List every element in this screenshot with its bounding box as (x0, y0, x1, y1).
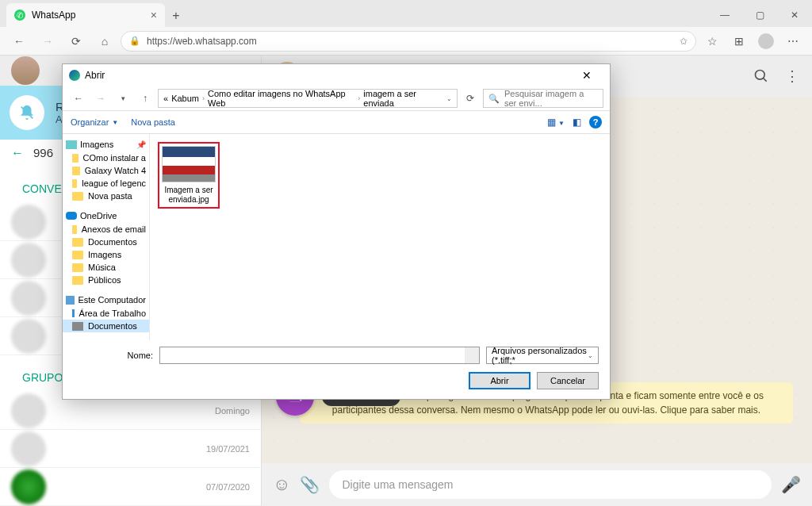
input-placeholder: Digite uma mensagem (342, 478, 453, 491)
mic-icon[interactable]: 🎤 (781, 475, 801, 494)
svg-line-2 (764, 79, 767, 82)
whatsapp-favicon-icon: ✆ (14, 10, 25, 21)
chat-date: 19/07/2021 (206, 444, 250, 454)
dialog-search-input[interactable]: 🔍 Pesquisar imagem a ser envi... (483, 89, 603, 108)
chevron-right-icon: › (202, 94, 205, 102)
browser-addressbar: ← → ⟳ ⌂ 🔒 https://web.whatsapp.com ✩ ☆ ⊞… (0, 27, 812, 56)
organize-menu[interactable]: Organizar ▼ (71, 117, 118, 127)
folder-icon (72, 154, 79, 163)
browser-tab[interactable]: ✆ WhatsApp × (6, 3, 165, 27)
images-icon (66, 140, 77, 149)
user-avatar[interactable] (11, 56, 40, 85)
tab-title: WhatsApp (32, 10, 75, 21)
tree-item[interactable]: COmo instalar a (63, 151, 149, 164)
file-list-area[interactable]: Imagem a ser enviada.jpg (150, 134, 610, 340)
desktop-icon (72, 309, 75, 317)
dialog-up-button[interactable]: ↑ (136, 89, 155, 108)
nav-home-button[interactable]: ⌂ (92, 30, 117, 52)
arrow-left-icon: ← (11, 146, 24, 160)
tree-item[interactable]: league of legenc (63, 177, 149, 190)
chat-item[interactable]: 19/07/2021 (0, 430, 261, 468)
nav-forward-button[interactable]: → (35, 30, 60, 52)
tree-header-imagens[interactable]: Imagens📌 (63, 137, 149, 151)
tree-item[interactable]: Públicos (63, 274, 149, 286)
folder-icon (72, 167, 80, 175)
onedrive-icon (66, 212, 77, 220)
file-type-select[interactable]: Arquivos personalizados (*.tiff;*⌄ (486, 347, 599, 364)
window-minimize-button[interactable]: — (707, 3, 742, 27)
preview-pane-button[interactable]: ◧ (573, 117, 581, 128)
nav-reload-button[interactable]: ⟳ (63, 30, 89, 52)
new-tab-button[interactable]: + (165, 5, 187, 27)
dialog-footer: Nome: Arquivos personalizados (*.tiff;*⌄… (63, 340, 610, 399)
search-icon[interactable] (753, 68, 769, 84)
chat-avatar (11, 319, 46, 354)
help-icon[interactable]: ? (589, 116, 602, 128)
attach-icon[interactable]: 📎 (300, 475, 320, 494)
lock-icon: 🔒 (129, 36, 140, 46)
tree-item-selected[interactable]: Documentos (63, 320, 149, 332)
view-mode-button[interactable]: ▦ ▼ (547, 117, 565, 128)
chat-avatar (11, 431, 46, 466)
breadcrumb-item[interactable]: Como editar imagens no WhatsApp Web (208, 89, 354, 108)
favorites-button[interactable]: ☆ (699, 30, 725, 52)
url-input[interactable]: 🔒 https://web.whatsapp.com ✩ (121, 31, 696, 52)
tree-item[interactable]: Nova pasta (63, 190, 149, 202)
chat-date: 07/07/2020 (206, 482, 250, 492)
tree-item[interactable]: Imagens (63, 248, 149, 261)
message-input[interactable]: Digite uma mensagem (329, 470, 772, 499)
collections-button[interactable]: ⊞ (726, 30, 752, 52)
message-input-bar: ☺ 📎 Digite uma mensagem 🎤 (262, 463, 812, 506)
edge-icon (69, 70, 80, 81)
svg-point-1 (756, 71, 765, 80)
tree-header-onedrive[interactable]: OneDrive (63, 209, 149, 223)
window-close-button[interactable]: ✕ (777, 3, 812, 27)
chat-avatar (11, 243, 46, 278)
dialog-back-button[interactable]: ← (69, 89, 88, 108)
close-tab-icon[interactable]: × (151, 9, 157, 21)
tree-item[interactable]: Anexos de email (63, 223, 149, 236)
chat-avatar (11, 205, 46, 240)
menu-button[interactable]: ⋯ (780, 30, 806, 52)
tree-item[interactable]: Documentos (63, 236, 149, 248)
tree-item[interactable]: Área de Trabalho (63, 307, 149, 320)
dialog-body: Imagens📌 COmo instalar a Galaxy Watch 4 … (63, 134, 610, 340)
cancel-button[interactable]: Cancelar (537, 372, 599, 389)
folder-icon (72, 263, 83, 272)
breadcrumb-item[interactable]: Kabum (171, 94, 199, 103)
dialog-forward-button[interactable]: → (91, 89, 110, 108)
chat-avatar (11, 393, 46, 428)
dialog-history-button[interactable]: ▾ (113, 89, 132, 108)
nav-back-button[interactable]: ← (6, 30, 32, 52)
breadcrumb-item[interactable]: imagem a ser enviada (363, 89, 443, 108)
emoji-icon[interactable]: ☺ (273, 474, 290, 495)
open-button[interactable]: Abrir (469, 372, 530, 389)
dialog-toolbar: Organizar ▼ Nova pasta ▦ ▼ ◧ ? (63, 110, 610, 134)
folder-icon (72, 276, 83, 285)
refresh-button[interactable]: ⟳ (461, 89, 480, 108)
folder-tree[interactable]: Imagens📌 COmo instalar a Galaxy Watch 4 … (63, 134, 150, 340)
breadcrumb-prefix: « (163, 94, 168, 103)
dialog-breadcrumb[interactable]: « Kabum › Como editar imagens no WhatsAp… (158, 89, 458, 108)
folder-icon (72, 192, 83, 201)
chevron-down-icon[interactable]: ⌄ (446, 95, 452, 102)
file-item-selected[interactable]: Imagem a ser enviada.jpg (158, 142, 220, 209)
tree-item[interactable]: Música (63, 261, 149, 274)
new-folder-button[interactable]: Nova pasta (131, 117, 175, 127)
filename-label: Nome: (74, 351, 153, 360)
search-placeholder: Pesquisar imagem a ser envi... (504, 89, 598, 108)
pc-icon (66, 296, 75, 305)
chat-item[interactable]: 07/07/2020 (0, 468, 261, 506)
browser-titlebar: ✆ WhatsApp × + — ▢ ✕ (0, 0, 812, 27)
menu-icon[interactable]: ⋮ (785, 67, 799, 85)
window-maximize-button[interactable]: ▢ (742, 3, 777, 27)
reader-icon[interactable]: ✩ (680, 36, 688, 47)
profile-button[interactable] (753, 30, 779, 52)
folder-icon (72, 225, 77, 234)
tree-item[interactable]: Galaxy Watch 4 (63, 164, 149, 177)
tree-header-pc[interactable]: Este Computador (63, 293, 149, 307)
dialog-close-button[interactable]: ✕ (570, 65, 603, 86)
filename-input[interactable] (159, 347, 480, 364)
file-name-label: Imagem a ser enviada.jpg (162, 186, 216, 205)
file-open-dialog: Abrir ✕ ← → ▾ ↑ « Kabum › Como editar im… (62, 63, 611, 400)
